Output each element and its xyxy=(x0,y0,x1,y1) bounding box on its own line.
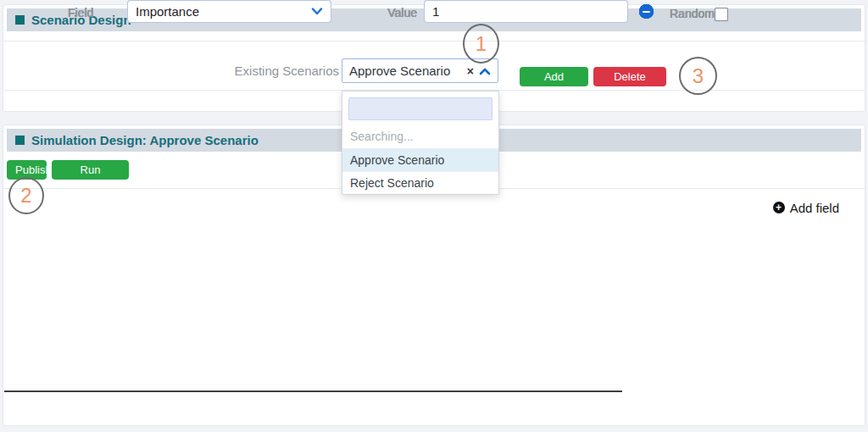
field-select-value: Importance xyxy=(136,4,311,19)
dropdown-search-input[interactable] xyxy=(348,97,492,120)
add-scenario-button[interactable]: Add Scenario xyxy=(520,67,588,86)
add-field-label: Add field xyxy=(790,201,839,215)
random-label: Random xyxy=(670,7,715,20)
scenario-dropdown-panel: Searching... Approve Scenario Reject Sce… xyxy=(342,91,499,195)
existing-scenarios-combobox[interactable]: Approve Scenario × xyxy=(342,58,498,83)
dropdown-searching-status: Searching... xyxy=(342,125,498,148)
field-row: Field Importance Value Random ✓ xyxy=(0,0,868,24)
add-field-button[interactable]: + Add field xyxy=(773,200,839,215)
clear-icon[interactable]: × xyxy=(465,65,479,77)
chevron-down-icon xyxy=(311,8,323,15)
plus-icon: + xyxy=(773,202,785,213)
existing-scenarios-label: Existing Scenarios xyxy=(203,64,339,78)
field-label: Field xyxy=(68,6,93,19)
field-select[interactable]: Importance xyxy=(127,0,331,23)
chevron-up-icon[interactable] xyxy=(479,67,491,75)
delete-scenario-button[interactable]: Delete Scenario xyxy=(593,67,666,86)
dropdown-option-reject-scenario[interactable]: Reject Scenario xyxy=(342,171,498,194)
combobox-value: Approve Scenario xyxy=(349,64,465,78)
remove-field-minus-icon[interactable] xyxy=(639,4,654,19)
value-label: Value xyxy=(373,6,417,19)
section-square-icon xyxy=(15,136,25,145)
publish-button[interactable]: Publish xyxy=(7,160,47,180)
simulation-design-title: Simulation Design: Approve Scenario xyxy=(31,133,259,147)
divider xyxy=(3,41,865,42)
horizontal-rule xyxy=(4,390,622,392)
dropdown-option-approve-scenario[interactable]: Approve Scenario xyxy=(342,148,498,171)
value-input[interactable] xyxy=(424,0,628,23)
run-simulation-button[interactable]: Run Simulation xyxy=(52,160,129,180)
random-checkbox[interactable]: ✓ xyxy=(715,8,728,21)
page: Scenario Design Existing Scenarios Appro… xyxy=(0,0,868,432)
